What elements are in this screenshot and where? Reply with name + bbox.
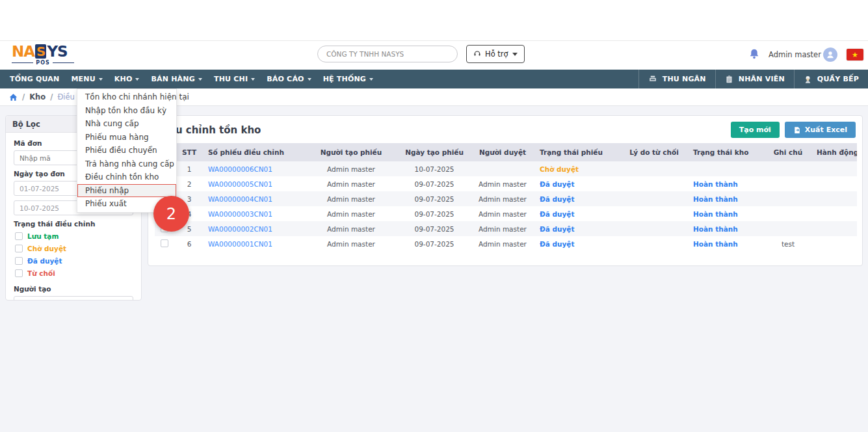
chevron-down-icon xyxy=(308,78,311,81)
home-icon[interactable] xyxy=(9,93,18,101)
adjustment-code-link[interactable]: WA00000003CN01 xyxy=(208,210,272,218)
adjustment-code-link[interactable]: WA00000001CN01 xyxy=(208,240,272,248)
chef-icon xyxy=(804,75,812,84)
support-button[interactable]: Hỗ trợ xyxy=(466,45,525,63)
row-creator: Admin master xyxy=(303,236,399,251)
nav-item-nhan-vien[interactable]: NHÂN VIÊN xyxy=(715,70,794,88)
status-option-label: Từ chối xyxy=(27,269,55,277)
nav-item-quay-bep[interactable]: QUẦY BẾP xyxy=(794,70,868,88)
status-option-label: Đã duyệt xyxy=(27,257,62,265)
row-warehouse-status: Hoàn thành xyxy=(689,236,763,251)
row-created-date: 09-07-2025 xyxy=(399,206,469,221)
row-stt: 2 xyxy=(174,176,204,191)
menu-item-ton-kho-chi-nhanh-hien-tai[interactable]: Tồn kho chi nhánh hiện tại xyxy=(77,90,176,104)
row-created-date: 09-07-2025 xyxy=(399,236,469,251)
row-warehouse-status: Hoàn thành xyxy=(689,176,763,191)
status-option-luu-tam: Lưu tạm xyxy=(15,232,133,240)
adjustment-list-panel: Điều chỉnh tồn kho Tạo mới Xuất Excel ST… xyxy=(148,115,863,266)
adjustment-code-link[interactable]: WA00000002CN01 xyxy=(208,225,272,233)
creator-input[interactable] xyxy=(14,296,133,301)
creator-label: Người tạo xyxy=(14,285,133,293)
nav-item-menu[interactable]: MENU xyxy=(65,70,108,88)
nav-right-group: THU NGÂNNHÂN VIÊNQUẦY BẾP xyxy=(638,70,868,88)
row-code-cell: WA00000004CN01 xyxy=(204,191,303,206)
menu-item-nha-cung-cap[interactable]: Nhà cung cấp xyxy=(77,117,176,131)
row-checkbox[interactable] xyxy=(161,239,168,247)
tutorial-step-badge: 2 xyxy=(153,196,189,232)
row-reject-reason xyxy=(619,206,689,221)
menu-item-phieu-nhap[interactable]: Phiếu nhập xyxy=(77,184,176,198)
row-actions xyxy=(813,221,857,236)
menu-item-dieu-chinh-ton-kho[interactable]: Điều chỉnh tồn kho xyxy=(77,170,176,184)
menu-item-tra-hang-nha-cung-cap[interactable]: Trả hàng nhà cung cấp xyxy=(77,157,176,171)
checkbox-da-duyet[interactable] xyxy=(15,257,23,265)
row-approver: Admin master xyxy=(469,206,536,221)
user-name[interactable]: Admin master xyxy=(769,50,821,59)
status-option-da-duyet: Đã duyệt xyxy=(15,257,133,265)
kho-dropdown-menu: Tồn kho chi nhánh hiện tạiNhập tồn kho đ… xyxy=(77,88,177,213)
row-status: Đã duyệt xyxy=(536,191,619,206)
checkbox-luu-tam[interactable] xyxy=(15,232,23,240)
status-option-label: Lưu tạm xyxy=(27,232,59,240)
menu-item-phieu-mua-hang[interactable]: Phiếu mua hàng xyxy=(77,131,176,144)
nasys-logo[interactable]: NASYS POS xyxy=(12,44,74,66)
create-new-button[interactable]: Tạo mới xyxy=(731,122,780,138)
row-reject-reason xyxy=(619,161,689,176)
main-navbar: TỔNG QUANMENUKHOBÁN HÀNGTHU CHIBÁO CÁOHỆ… xyxy=(0,70,868,88)
row-creator: Admin master xyxy=(303,191,399,206)
nav-item-tong-quan[interactable]: TỔNG QUAN xyxy=(4,70,65,88)
adjustment-code-link[interactable]: WA00000005CN01 xyxy=(208,180,272,188)
row-creator: Admin master xyxy=(303,161,399,176)
row-code-cell: WA00000001CN01 xyxy=(204,236,303,251)
row-creator: Admin master xyxy=(303,176,399,191)
top-header: NASYS POS Hỗ trợ Admin master ★ xyxy=(0,40,868,70)
checkbox-cho-duyet[interactable] xyxy=(15,245,23,252)
row-warehouse-status: Hoàn thành xyxy=(689,221,763,236)
avatar[interactable] xyxy=(823,47,837,62)
nav-item-bao-cao[interactable]: BÁO CÁO xyxy=(261,70,317,88)
nav-item-thu-ngan[interactable]: THU NGÂN xyxy=(638,70,715,88)
adjust-status-label: Trạng thái điều chỉnh xyxy=(14,220,133,228)
adjustment-code-link[interactable]: WA00000004CN01 xyxy=(208,195,272,203)
col-header-ly-do-tu-choi: Lý do từ chối xyxy=(619,143,689,161)
nav-item-kho[interactable]: KHO xyxy=(109,70,146,88)
row-creator: Admin master xyxy=(303,221,399,236)
notification-bell-icon[interactable] xyxy=(748,48,760,62)
row-approver: Admin master xyxy=(469,236,536,251)
row-warehouse-status xyxy=(689,161,763,176)
row-status: Đã duyệt xyxy=(536,236,619,251)
col-header-so-phieu-dieu-chinh: Số phiếu điều chỉnh xyxy=(204,143,303,161)
col-header-ngay-tao-phieu: Ngày tạo phiếu xyxy=(399,143,469,161)
adjustment-code-link[interactable]: WA00000006CN01 xyxy=(208,165,272,173)
company-search-input[interactable] xyxy=(317,46,458,62)
row-warehouse-status: Hoàn thành xyxy=(689,206,763,221)
breadcrumb-item-kho[interactable]: Kho xyxy=(29,92,46,101)
nav-item-he-thong[interactable]: HỆ THỐNG xyxy=(317,70,379,88)
col-header-ghi-chu: Ghi chú xyxy=(763,143,813,161)
export-excel-button[interactable]: Xuất Excel xyxy=(785,122,856,138)
chevron-down-icon xyxy=(135,78,139,81)
adjustment-table: STTSố phiếu điều chỉnhNgười tạo phiếuNgà… xyxy=(155,143,857,251)
row-approver: Admin master xyxy=(469,221,536,236)
logo-text-orange: NA xyxy=(12,44,34,59)
row-actions xyxy=(813,206,857,221)
menu-item-nhap-ton-kho-dau-ky[interactable]: Nhập tồn kho đầu kỳ xyxy=(77,104,176,118)
cash-register-icon xyxy=(648,75,657,83)
logo-subtitle: POS xyxy=(12,60,74,66)
table-row: 5WA00000002CN01Admin master09-07-2025Adm… xyxy=(155,221,857,236)
nav-item-ban-hang[interactable]: BÁN HÀNG xyxy=(145,70,208,88)
nav-left-group: TỔNG QUANMENUKHOBÁN HÀNGTHU CHIBÁO CÁOHỆ… xyxy=(0,70,379,88)
chevron-down-icon xyxy=(99,78,103,81)
row-stt: 1 xyxy=(174,161,204,176)
row-created-date: 09-07-2025 xyxy=(399,176,469,191)
chevron-down-icon xyxy=(251,78,255,81)
menu-item-phieu-dieu-chuyen[interactable]: Phiếu điều chuyển xyxy=(77,144,176,157)
col-header-hanh-dong: Hành động xyxy=(813,143,857,161)
nav-item-thu-chi[interactable]: THU CHI xyxy=(208,70,261,88)
row-note xyxy=(763,176,813,191)
vietnam-flag-icon[interactable]: ★ xyxy=(847,49,863,61)
row-select-cell xyxy=(155,236,174,251)
table-row: 6WA00000001CN01Admin master09-07-2025Adm… xyxy=(155,236,857,251)
checkbox-tu-choi[interactable] xyxy=(15,269,23,277)
row-approver xyxy=(469,161,536,176)
